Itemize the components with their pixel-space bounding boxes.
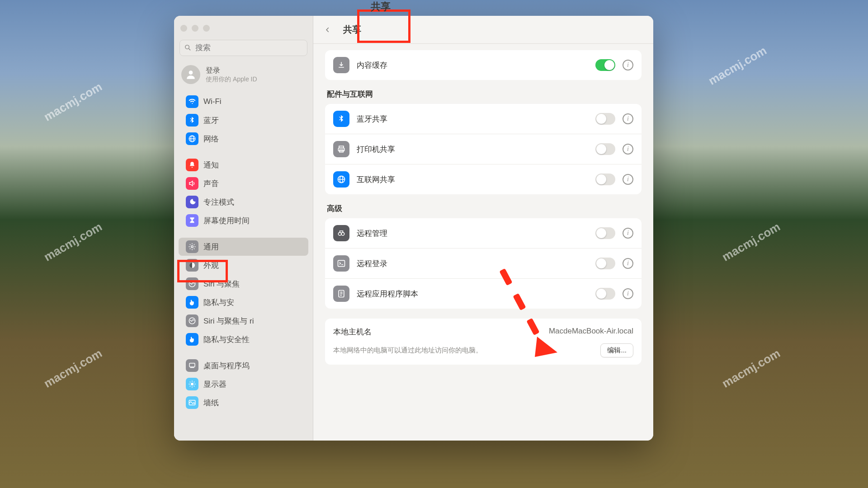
hostname-value: MacdeMacBook-Air.local bbox=[549, 327, 633, 337]
sidebar-item-bell[interactable]: 通知 bbox=[179, 156, 308, 174]
section-title: 高级 bbox=[327, 203, 640, 214]
sidebar-item-label: Wi-Fi bbox=[203, 97, 222, 106]
sun-icon bbox=[186, 378, 198, 390]
svg-point-2 bbox=[189, 70, 193, 75]
info-icon[interactable]: i bbox=[623, 60, 633, 70]
sidebar-item-gear[interactable]: 通用 bbox=[179, 238, 308, 256]
search-field[interactable] bbox=[179, 40, 307, 56]
account-row[interactable]: 登录 使用你的 Apple ID bbox=[174, 62, 313, 92]
toggle-switch[interactable] bbox=[595, 143, 615, 155]
sidebar-item-label: 网络 bbox=[203, 134, 219, 144]
setting-label: 打印机共享 bbox=[357, 144, 588, 155]
info-icon[interactable]: i bbox=[623, 113, 633, 124]
binoc-icon bbox=[333, 225, 349, 241]
page-title: 共享 bbox=[343, 23, 361, 36]
hostname-desc: 本地网络中的电脑可以通过此地址访问你的电脑。 bbox=[333, 346, 482, 355]
back-button[interactable] bbox=[321, 23, 334, 36]
info-icon[interactable]: i bbox=[623, 288, 633, 299]
close-button[interactable] bbox=[180, 25, 187, 32]
info-icon[interactable]: i bbox=[623, 258, 633, 269]
sidebar-item-label: 显示器 bbox=[203, 379, 226, 389]
setting-row-globe[interactable]: 互联网共享 i bbox=[325, 164, 642, 194]
settings-card: 内容缓存 i bbox=[325, 50, 642, 80]
setting-label: 内容缓存 bbox=[357, 60, 588, 70]
account-login-label: 登录 bbox=[206, 66, 257, 75]
sidebar: 登录 使用你的 Apple ID Wi-Fi蓝牙网络通知声音专注模式屏幕使用时间… bbox=[174, 16, 313, 441]
watermark: macmj.com bbox=[42, 346, 104, 390]
sidebar-item-hand[interactable]: 隐私与安 bbox=[179, 293, 308, 311]
setting-row-script[interactable]: 远程应用程序脚本 i bbox=[325, 279, 642, 309]
setting-row-binoc[interactable]: 远程管理 i bbox=[325, 218, 642, 249]
sidebar-item-hourglass[interactable]: 屏幕使用时间 bbox=[179, 211, 308, 230]
siri-icon bbox=[186, 314, 198, 327]
siri-icon bbox=[186, 277, 198, 290]
search-input[interactable] bbox=[179, 40, 307, 56]
watermark: macmj.com bbox=[706, 43, 769, 88]
printer-icon bbox=[333, 141, 349, 157]
toggle-switch[interactable] bbox=[595, 258, 615, 269]
search-icon bbox=[184, 44, 192, 54]
setting-label: 蓝牙共享 bbox=[357, 114, 588, 124]
sidebar-item-label: 屏幕使用时间 bbox=[203, 216, 250, 226]
terminal-icon bbox=[333, 255, 349, 272]
toggle-switch[interactable] bbox=[595, 174, 615, 185]
sidebar-item-sun[interactable]: 显示器 bbox=[179, 375, 308, 393]
setting-label: 远程应用程序脚本 bbox=[357, 289, 588, 299]
info-icon[interactable]: i bbox=[623, 174, 633, 185]
section-title: 配件与互联网 bbox=[327, 89, 640, 99]
hourglass-icon bbox=[186, 214, 198, 227]
sidebar-item-label: 通知 bbox=[203, 160, 219, 170]
sidebar-item-label: 声音 bbox=[203, 178, 219, 189]
edit-hostname-button[interactable]: 编辑... bbox=[600, 343, 633, 357]
sidebar-item-speaker[interactable]: 声音 bbox=[179, 174, 308, 192]
setting-row-bt[interactable]: 蓝牙共享 i bbox=[325, 104, 642, 134]
setting-row-download[interactable]: 内容缓存 i bbox=[325, 50, 642, 80]
hostname-label: 本地主机名 bbox=[333, 327, 372, 337]
speaker-icon bbox=[186, 177, 198, 190]
window-controls bbox=[174, 21, 313, 38]
sidebar-item-moon[interactable]: 专注模式 bbox=[179, 193, 308, 211]
info-icon[interactable]: i bbox=[623, 144, 633, 155]
info-icon[interactable]: i bbox=[623, 228, 633, 239]
setting-label: 远程登录 bbox=[357, 258, 588, 269]
setting-row-terminal[interactable]: 远程登录 i bbox=[325, 249, 642, 279]
script-icon bbox=[333, 286, 349, 302]
account-sub-label: 使用你的 Apple ID bbox=[206, 75, 257, 84]
sidebar-item-appearance[interactable]: 外观 bbox=[179, 256, 308, 274]
sidebar-item-label: 通用 bbox=[203, 242, 219, 252]
toggle-switch[interactable] bbox=[595, 288, 615, 300]
sidebar-item-wall[interactable]: 墙纸 bbox=[179, 394, 308, 412]
moon-icon bbox=[186, 196, 198, 208]
toggle-switch[interactable] bbox=[595, 113, 615, 125]
sidebar-item-label: 隐私与安全性 bbox=[203, 334, 250, 345]
title-echo: 共享 bbox=[371, 0, 391, 14]
zoom-button[interactable] bbox=[203, 25, 210, 32]
globe-icon bbox=[333, 171, 349, 188]
toggle-switch[interactable] bbox=[595, 59, 615, 71]
watermark: macmj.com bbox=[42, 220, 104, 264]
setting-row-printer[interactable]: 打印机共享 i bbox=[325, 134, 642, 164]
setting-label: 互联网共享 bbox=[357, 174, 588, 185]
main-pane: 共享 内容缓存 i配件与互联网 蓝牙共享 i 打印机共享 i 互联网共享 i高级… bbox=[313, 16, 653, 441]
gear-icon bbox=[186, 240, 198, 253]
sidebar-item-siri[interactable]: Siri 与聚焦 bbox=[179, 275, 308, 293]
bt-icon bbox=[186, 114, 198, 127]
sidebar-item-siri[interactable]: Siri 与聚焦与 ri bbox=[179, 312, 308, 330]
toggle-switch[interactable] bbox=[595, 227, 615, 239]
sidebar-item-wifi[interactable]: Wi-Fi bbox=[179, 93, 308, 111]
sidebar-nav: Wi-Fi蓝牙网络通知声音专注模式屏幕使用时间通用外观Siri 与聚焦隐私与安S… bbox=[174, 92, 313, 412]
bell-icon bbox=[186, 159, 198, 171]
watermark: macmj.com bbox=[42, 80, 104, 124]
settings-card: 远程管理 i 远程登录 i 远程应用程序脚本 i bbox=[325, 218, 642, 309]
sidebar-item-bt[interactable]: 蓝牙 bbox=[179, 111, 308, 129]
sidebar-item-dock[interactable]: 桌面与程序坞 bbox=[179, 357, 308, 375]
hand-icon bbox=[186, 333, 198, 346]
wifi-icon bbox=[186, 95, 198, 108]
minimize-button[interactable] bbox=[192, 25, 198, 32]
globe-icon bbox=[186, 132, 198, 145]
sidebar-item-label: 桌面与程序坞 bbox=[203, 361, 250, 371]
appearance-icon bbox=[186, 259, 198, 272]
sidebar-item-globe[interactable]: 网络 bbox=[179, 130, 308, 148]
sidebar-item-hand[interactable]: 隐私与安全性 bbox=[179, 330, 308, 348]
sidebar-item-label: 专注模式 bbox=[203, 197, 234, 207]
